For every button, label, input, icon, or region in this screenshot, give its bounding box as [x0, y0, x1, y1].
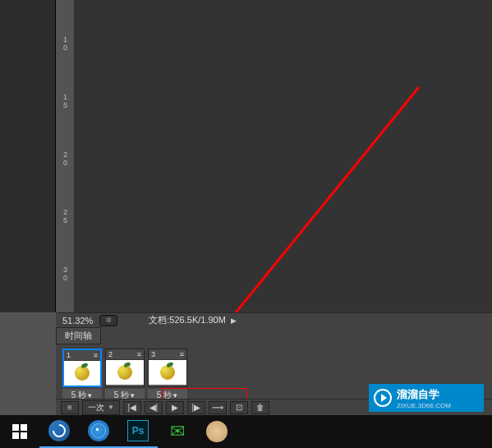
wechat-icon: ✉	[170, 421, 185, 442]
duplicate-frame-button[interactable]: ⊡	[230, 401, 248, 414]
play-button[interactable]: ▶	[166, 401, 184, 414]
frame-3[interactable]: 3≡	[148, 349, 187, 387]
zoom-display-icon[interactable]: ⊞	[99, 315, 117, 326]
loop-dropdown[interactable]: 一次▼	[82, 400, 120, 415]
qq-browser-icon	[48, 420, 70, 441]
canvas[interactable]	[74, 0, 492, 312]
taskbar-wechat[interactable]: ✉	[158, 415, 197, 448]
photoshop-icon: Ps	[127, 420, 149, 441]
windows-icon	[12, 424, 27, 439]
frame-2[interactable]: 2≡	[105, 349, 145, 387]
taskbar-qq-browser[interactable]	[39, 415, 79, 448]
taskbar: Ps ✉	[0, 415, 492, 448]
frame-thumbnail	[106, 360, 144, 385]
taskbar-notes[interactable]	[197, 415, 237, 448]
vertical-ruler: 10 15 20 25 30	[56, 0, 74, 312]
convert-timeline-button[interactable]: ≡	[61, 401, 79, 414]
taskbar-photoshop[interactable]: Ps	[118, 415, 158, 448]
tween-button[interactable]: ⟿	[209, 401, 227, 414]
frame-1[interactable]: 1≡	[62, 349, 102, 387]
ruler-label: 1	[63, 35, 67, 44]
zoom-level[interactable]: 51.32%	[56, 316, 99, 326]
sogou-icon	[88, 420, 109, 441]
first-frame-button[interactable]: |◀	[123, 401, 141, 414]
play-icon	[374, 389, 392, 407]
frame-thumbnail	[64, 361, 100, 386]
watermark-badge: 溜溜自学 ZIXUE.3D66.COM	[369, 384, 484, 412]
timeline-tab[interactable]: 时间轴	[56, 327, 101, 344]
document-info: 文档:526.5K/1.90M	[149, 314, 226, 326]
status-menu-icon[interactable]: ▶	[231, 316, 237, 325]
tools-panel	[0, 0, 56, 312]
status-bar: 51.32% ⊞ 文档:526.5K/1.90M ▶	[56, 312, 492, 327]
delete-frame-button[interactable]: 🗑	[251, 401, 269, 414]
next-frame-button[interactable]: |▶	[187, 401, 205, 414]
start-button[interactable]	[0, 415, 39, 448]
frame-thumbnail	[149, 360, 186, 385]
frames-row: 1≡ 2≡ 3≡	[56, 344, 492, 389]
taskbar-sogou[interactable]	[79, 415, 118, 448]
notes-icon	[206, 421, 228, 442]
prev-frame-button[interactable]: ◀|	[145, 401, 163, 414]
